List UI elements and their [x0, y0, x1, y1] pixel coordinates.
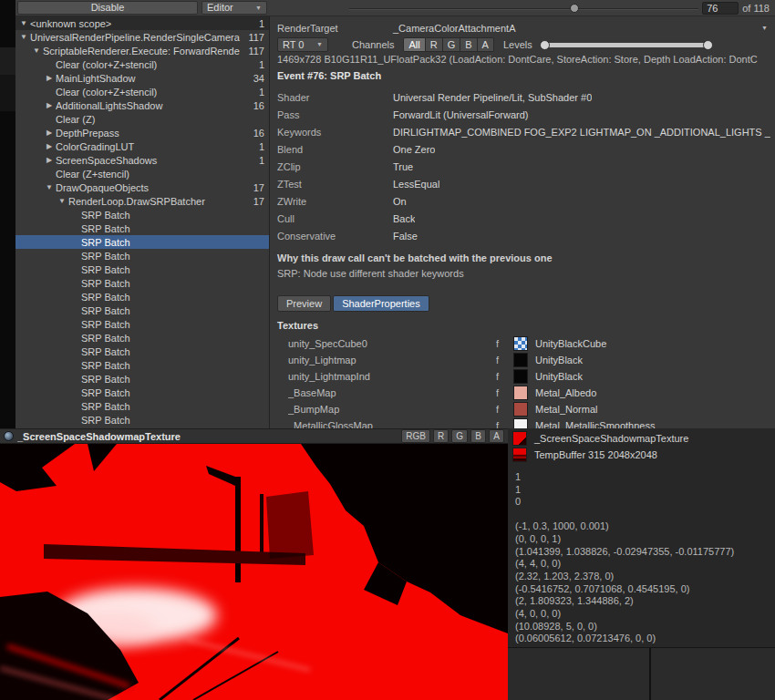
- tree-item[interactable]: SRP Batch: [16, 249, 269, 262]
- tree-item[interactable]: Clear (color+Z+stencil)1: [16, 85, 269, 98]
- texture-row[interactable]: _BaseMapfMetal_Albedo: [277, 385, 775, 401]
- tree-item-count: 17: [253, 182, 269, 193]
- texture-value: Metal_MetallicSmoothness: [535, 420, 655, 428]
- property-vector-value: (4, 4, 0, 0): [515, 558, 775, 571]
- event-slider-track[interactable]: [349, 8, 698, 10]
- channel-button-all[interactable]: All: [403, 37, 425, 52]
- tree-item[interactable]: SRP Batch: [16, 262, 269, 276]
- tree-item[interactable]: SRP Batch: [16, 221, 269, 235]
- tree-item[interactable]: Clear (Z+stencil): [16, 167, 269, 180]
- event-slider-handle[interactable]: [570, 4, 579, 13]
- channel-button-b[interactable]: B: [460, 37, 477, 52]
- tree-item-label: SRP Batch: [81, 374, 264, 385]
- background-shape: [0, 47, 16, 75]
- disable-button[interactable]: Disable: [17, 1, 198, 15]
- preview-channel-rgb[interactable]: RGB: [401, 429, 430, 443]
- tree-item[interactable]: ▼DrawOpaqueObjects17: [16, 180, 269, 194]
- event-details-panel: RenderTarget _CameraColorAttachmentA ▼ R…: [269, 16, 775, 428]
- foldout-open-icon[interactable]: ▼: [56, 197, 68, 205]
- tree-item[interactable]: ▼RenderLoop.DrawSRPBatcher17: [16, 194, 269, 208]
- buffer-info-text: 1469x728 B10G11R11_UFloatPack32 (LoadAct…: [277, 54, 775, 67]
- foldout-closed-icon[interactable]: ▶: [43, 74, 56, 82]
- levels-slider[interactable]: [540, 37, 713, 52]
- tree-item[interactable]: SRP Batch: [16, 345, 269, 358]
- texture-row[interactable]: _ScreenSpaceShadowmapTexture: [508, 430, 775, 447]
- tree-item[interactable]: SRP Batch: [16, 317, 269, 331]
- tree-item[interactable]: SRP Batch: [16, 399, 269, 413]
- preview-channel-g[interactable]: G: [451, 429, 468, 443]
- foldout-closed-icon[interactable]: ▶: [43, 142, 56, 150]
- channel-button-a[interactable]: A: [478, 37, 494, 52]
- foldout-open-icon[interactable]: ▼: [17, 33, 30, 41]
- tree-item[interactable]: SRP Batch: [16, 413, 269, 427]
- tree-item[interactable]: SRP Batch: [16, 235, 269, 249]
- tree-item-label: Clear (Z): [56, 114, 264, 125]
- tree-item[interactable]: SRP Batch: [16, 386, 269, 399]
- vector-values: (-1, 0.3, 1000, 0.001)(0, 0, 0, 1)(1.041…: [508, 520, 775, 645]
- foldout-open-icon[interactable]: ▼: [17, 19, 30, 27]
- tab-preview[interactable]: Preview: [277, 295, 331, 312]
- texture-row[interactable]: unity_SpecCube0fUnityBlackCube: [277, 335, 775, 352]
- detail-label: ZTest: [277, 179, 393, 190]
- tree-item[interactable]: SRP Batch: [16, 290, 269, 304]
- tree-item[interactable]: SRP Batch: [16, 276, 269, 290]
- editor-background: [508, 647, 775, 700]
- tree-item-count: 16: [253, 100, 269, 111]
- texture-row[interactable]: _BumpMapfMetal_Normal: [277, 401, 775, 417]
- channel-button-g[interactable]: G: [443, 37, 461, 52]
- tree-item[interactable]: SRP Batch: [16, 331, 269, 345]
- preview-channel-r[interactable]: R: [433, 429, 449, 443]
- tree-item-count: 1: [259, 59, 269, 70]
- texture-row[interactable]: unity_LightmapIndfUnityBlack: [277, 368, 775, 385]
- detail-row: PassForwardLit (UniversalForward): [277, 106, 775, 123]
- event-number-field[interactable]: 76: [702, 2, 739, 15]
- tree-item[interactable]: SRP Batch: [16, 304, 269, 317]
- levels-max-handle[interactable]: [703, 40, 713, 50]
- channels-label: Channels: [352, 39, 394, 50]
- tree-item[interactable]: ▶ColorGradingLUT1: [16, 139, 269, 153]
- foldout-closed-icon[interactable]: ▶: [43, 101, 56, 109]
- editor-dropdown[interactable]: Editor ▼: [202, 1, 267, 15]
- tree-item[interactable]: ▶MainLightShadow34: [16, 71, 269, 85]
- texture-thumbnail: [513, 369, 528, 384]
- property-float-value: 0: [515, 496, 775, 509]
- editor-dropdown-label: Editor: [207, 2, 233, 14]
- foldout-open-icon[interactable]: ▼: [43, 183, 56, 191]
- tab-shaderproperties[interactable]: ShaderProperties: [333, 295, 429, 312]
- tree-item[interactable]: SRP Batch: [16, 372, 269, 386]
- texture-thumbnail: [512, 448, 527, 462]
- texture-row[interactable]: unity_LightmapfUnityBlack: [277, 352, 775, 368]
- tree-item-label: SRP Batch: [81, 319, 264, 330]
- tree-item-label: ScriptableRenderer.Execute: ForwardRende: [43, 46, 248, 57]
- preview-channel-a[interactable]: A: [489, 429, 504, 443]
- tree-item[interactable]: ▶DepthPrepass16: [16, 126, 269, 139]
- tree-item[interactable]: Clear (Z): [16, 112, 269, 126]
- render-target-dropdown[interactable]: _CameraColorAttachmentA ▼: [393, 23, 775, 34]
- tree-item-label: SRP Batch: [81, 251, 264, 262]
- tree-item[interactable]: ▶AdditionalLightsShadow16: [16, 98, 269, 112]
- property-vector-value: (1.041399, 1.038826, -0.02947355, -0.011…: [515, 546, 775, 559]
- foldout-closed-icon[interactable]: ▶: [43, 129, 56, 137]
- tree-item[interactable]: ▶ScreenSpaceShadows1: [16, 153, 269, 167]
- tree-item[interactable]: SRP Batch: [16, 208, 269, 221]
- tree-item-label: SRP Batch: [81, 346, 264, 357]
- texture-thumbnail: [512, 431, 527, 446]
- tree-item[interactable]: ▼<unknown scope>1: [16, 16, 269, 30]
- preview-channel-b[interactable]: B: [470, 429, 486, 443]
- preview-titlebar[interactable]: _ScreenSpaceShadowmapTexture RGBRGBA: [0, 428, 508, 444]
- foldout-open-icon[interactable]: ▼: [30, 46, 43, 55]
- levels-min-handle[interactable]: [540, 40, 550, 50]
- tree-item[interactable]: ▼ScriptableRenderer.Execute: ForwardRend…: [16, 44, 269, 57]
- texture-name: _BumpMap: [288, 404, 496, 415]
- channel-button-r[interactable]: R: [426, 37, 443, 52]
- tree-item[interactable]: SRP Batch: [16, 358, 269, 372]
- rt-index-dropdown[interactable]: RT 0 ▼: [277, 37, 328, 52]
- preview-title: _ScreenSpaceShadowmapTexture: [17, 431, 398, 442]
- render-target-value: _CameraColorAttachmentA: [393, 23, 516, 34]
- texture-row[interactable]: _MetallicGlossMapfMetal_MetallicSmoothne…: [277, 417, 775, 428]
- texture-row[interactable]: TempBuffer 315 2048x2048: [508, 447, 775, 463]
- foldout-closed-icon[interactable]: ▶: [43, 156, 56, 164]
- tree-item[interactable]: ▼UniversalRenderPipeline.RenderSingleCam…: [16, 30, 269, 44]
- event-slider[interactable]: [349, 1, 698, 15]
- tree-item[interactable]: Clear (color+Z+stencil)1: [16, 57, 269, 71]
